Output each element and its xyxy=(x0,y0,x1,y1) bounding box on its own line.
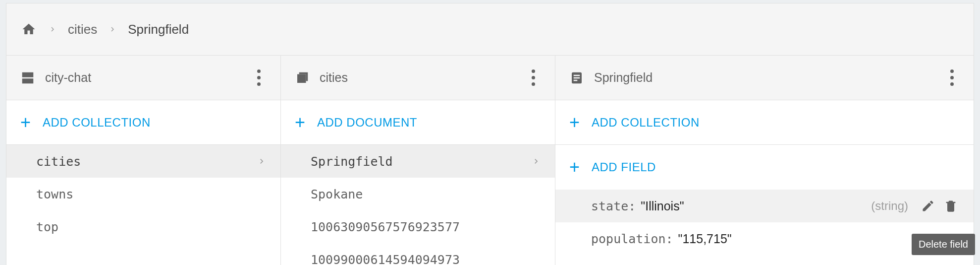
delete-field-tooltip: Delete field xyxy=(912,234,975,255)
document-icon xyxy=(569,70,584,85)
plus-icon: + xyxy=(295,114,305,132)
chevron-right-icon xyxy=(48,22,57,36)
document-title: Springfield xyxy=(594,70,934,85)
plus-icon: + xyxy=(569,114,580,132)
collection-item[interactable]: top xyxy=(6,210,280,243)
collection-menu-button[interactable] xyxy=(525,68,541,88)
field-value: "Illinois" xyxy=(641,199,684,213)
document-menu-button[interactable] xyxy=(944,68,960,88)
breadcrumb-item-current[interactable]: Springfield xyxy=(128,22,189,37)
field-key: population: xyxy=(591,232,673,246)
add-document-button[interactable]: + ADD DOCUMENT xyxy=(281,100,555,145)
collection-item-label: top xyxy=(36,220,58,234)
field-row[interactable]: state: "Illinois" (string) xyxy=(555,190,974,222)
add-field-button[interactable]: + ADD FIELD xyxy=(555,145,974,190)
document-item[interactable]: 10063090567576923577 xyxy=(281,210,555,243)
collection-item[interactable]: towns xyxy=(6,178,280,210)
breadcrumb-item[interactable]: cities xyxy=(68,22,97,37)
document-item[interactable]: Springfield xyxy=(281,145,555,178)
chevron-right-icon xyxy=(531,154,541,169)
collection-item-label: cities xyxy=(36,154,81,169)
chevron-right-icon xyxy=(108,22,117,36)
field-key: state: xyxy=(591,199,636,213)
collection-column: cities + ADD DOCUMENT Springfield Spokan… xyxy=(281,56,555,265)
add-subcollection-button[interactable]: + ADD COLLECTION xyxy=(555,100,974,145)
delete-field-button[interactable] xyxy=(942,197,960,215)
collection-icon xyxy=(295,70,310,85)
home-icon[interactable] xyxy=(20,22,37,37)
collection-item[interactable]: cities xyxy=(6,145,280,178)
document-item-label: Springfield xyxy=(311,154,393,169)
project-column: city-chat + ADD COLLECTION cities towns xyxy=(6,56,281,265)
plus-icon: + xyxy=(20,114,31,132)
pencil-icon xyxy=(921,199,935,213)
collection-item-label: towns xyxy=(36,187,73,201)
add-document-label: ADD DOCUMENT xyxy=(317,116,417,130)
document-header: Springfield xyxy=(555,56,974,100)
collection-title: cities xyxy=(320,70,515,85)
add-collection-button[interactable]: + ADD COLLECTION xyxy=(6,100,280,145)
add-field-label: ADD FIELD xyxy=(592,160,656,174)
collection-header: cities xyxy=(281,56,555,100)
document-item-label: 10063090567576923577 xyxy=(311,220,460,234)
project-header: city-chat xyxy=(6,56,280,100)
document-item[interactable]: 10099000614594094973 xyxy=(281,243,555,265)
breadcrumb: cities Springfield xyxy=(6,3,974,56)
trash-icon xyxy=(944,199,958,213)
document-item-label: Spokane xyxy=(311,187,363,201)
database-icon xyxy=(20,70,35,85)
plus-icon: + xyxy=(569,158,580,176)
project-title: city-chat xyxy=(45,70,241,85)
field-value: "115,715" xyxy=(678,232,732,246)
document-item[interactable]: Spokane xyxy=(281,178,555,210)
document-column: Springfield + ADD COLLECTION + ADD FIELD… xyxy=(555,56,974,265)
chevron-right-icon xyxy=(257,154,267,169)
svg-rect-2 xyxy=(574,77,580,78)
field-type: (string) xyxy=(871,199,908,213)
document-item-label: 10099000614594094973 xyxy=(311,253,460,265)
add-collection-label: ADD COLLECTION xyxy=(43,116,151,130)
project-menu-button[interactable] xyxy=(251,68,267,88)
field-row[interactable]: population: "115,715" xyxy=(555,222,974,255)
add-subcollection-label: ADD COLLECTION xyxy=(592,116,700,130)
edit-field-button[interactable] xyxy=(919,197,937,215)
svg-rect-1 xyxy=(574,74,580,76)
svg-rect-3 xyxy=(574,79,578,81)
